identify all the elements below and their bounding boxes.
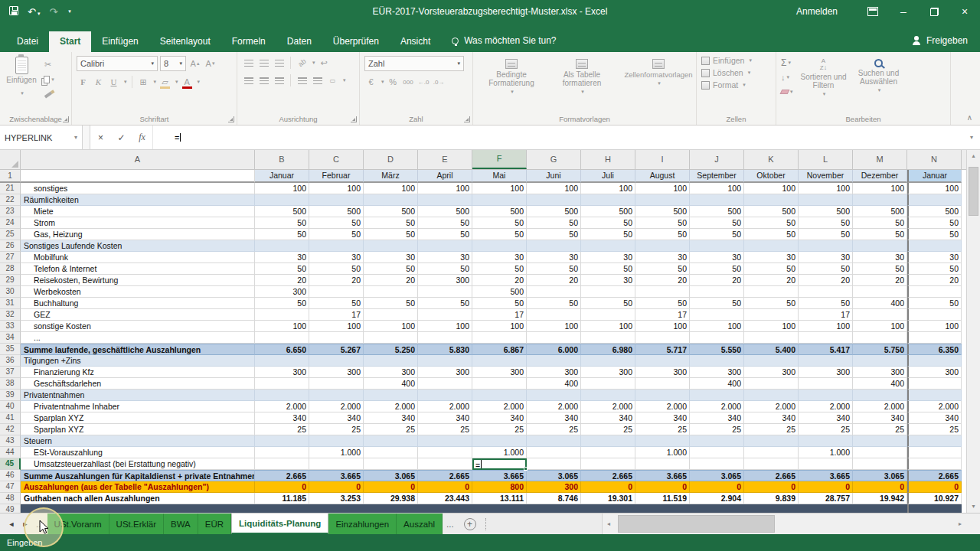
cell-G1[interactable]: Juni xyxy=(527,170,581,183)
cell-N41[interactable]: 340 xyxy=(907,412,962,424)
row-header-48[interactable]: 48 xyxy=(0,493,21,504)
cell-E22[interactable] xyxy=(418,194,472,206)
collapse-ribbon-icon[interactable]: ∧ xyxy=(967,113,972,122)
cell-B31[interactable]: 50 xyxy=(255,298,309,309)
cell-F27[interactable]: 30 xyxy=(472,252,527,263)
cell-F1[interactable]: Mai xyxy=(472,170,527,183)
cell-D42[interactable]: 25 xyxy=(364,424,418,435)
cell-E28[interactable]: 50 xyxy=(418,263,472,275)
cell-I22[interactable] xyxy=(635,194,690,206)
align-center-icon[interactable] xyxy=(257,73,270,87)
cell-G26[interactable] xyxy=(527,240,581,252)
cell-N48[interactable]: 10.927 xyxy=(907,493,962,504)
cell-C38[interactable] xyxy=(309,378,364,390)
cell-L39[interactable] xyxy=(799,390,853,401)
cell-C24[interactable]: 50 xyxy=(309,217,364,229)
cell-I46[interactable]: 3.665 xyxy=(635,470,690,481)
cell-E43[interactable] xyxy=(418,435,472,447)
cell-H41[interactable]: 340 xyxy=(581,412,635,424)
cell-F35[interactable]: 6.867 xyxy=(472,344,527,355)
cell-G43[interactable] xyxy=(527,435,581,447)
col-header-D[interactable]: D xyxy=(364,150,418,169)
cell-B38[interactable] xyxy=(255,378,309,390)
cell-B25[interactable]: 50 xyxy=(255,229,309,240)
cell-C34[interactable] xyxy=(309,332,364,344)
cell-N35[interactable]: 6.350 xyxy=(907,344,962,355)
cell-B35[interactable]: 6.650 xyxy=(255,344,309,355)
cell-F28[interactable]: 50 xyxy=(472,263,527,275)
cell-C23[interactable]: 500 xyxy=(309,206,364,217)
save-icon[interactable] xyxy=(9,6,18,18)
italic-button[interactable]: K xyxy=(92,75,105,89)
ribbon-tab-ansicht[interactable]: Ansicht xyxy=(390,31,441,52)
share-button[interactable]: Freigeben xyxy=(900,35,980,52)
cell-J43[interactable] xyxy=(690,435,744,447)
cell-M43[interactable] xyxy=(853,435,907,447)
cell-G46[interactable]: 3.065 xyxy=(527,470,581,481)
sheet-tab-USt.Erklär[interactable]: USt.Erklär xyxy=(109,514,164,534)
cell-J34[interactable] xyxy=(690,332,744,344)
cell-N40[interactable]: 2.000 xyxy=(907,401,962,412)
cell-G47[interactable]: 300 xyxy=(527,481,581,493)
cell-N27[interactable]: 30 xyxy=(907,252,962,263)
cell-G28[interactable]: 50 xyxy=(527,263,581,275)
cell-B34[interactable] xyxy=(255,332,309,344)
cell-L32[interactable]: 17 xyxy=(799,309,853,321)
cell-A45[interactable]: Umsatzsteuerzahllast (bei Erstattung neg… xyxy=(21,458,255,470)
cell-K32[interactable] xyxy=(744,309,799,321)
row-header-32[interactable]: 32 xyxy=(0,309,21,321)
cell-M42[interactable]: 25 xyxy=(853,424,907,435)
cell-L31[interactable]: 50 xyxy=(799,298,853,309)
cell-A49[interactable] xyxy=(21,504,255,513)
cell-D41[interactable]: 340 xyxy=(364,412,418,424)
cell-M47[interactable]: 0 xyxy=(853,481,907,493)
cell-N44[interactable] xyxy=(907,447,962,458)
cell-A46[interactable]: Summe Auszahlungen für Kapitaldienst + p… xyxy=(21,470,255,481)
cell-B36[interactable] xyxy=(255,355,309,367)
cell-G24[interactable]: 50 xyxy=(527,217,581,229)
cell-K21[interactable]: 100 xyxy=(744,183,799,194)
cell-F43[interactable] xyxy=(472,435,527,447)
cell-E36[interactable] xyxy=(418,355,472,367)
cell-J30[interactable] xyxy=(690,286,744,298)
cell-A26[interactable]: Sonstiges Laufende Kosten xyxy=(21,240,255,252)
format-as-table-button[interactable]: Als Tabelle formatieren ▾ xyxy=(548,57,616,96)
row-header-30[interactable]: 30 xyxy=(0,286,21,298)
cell-B41[interactable]: 340 xyxy=(255,412,309,424)
cell-C39[interactable] xyxy=(309,390,364,401)
cell-B33[interactable]: 100 xyxy=(255,321,309,332)
cell-M28[interactable]: 50 xyxy=(853,263,907,275)
cell-B30[interactable]: 300 xyxy=(255,286,309,298)
cell-C1[interactable]: Februar xyxy=(309,170,364,183)
cell-N33[interactable]: 100 xyxy=(907,321,962,332)
cell-F41[interactable]: 340 xyxy=(472,412,527,424)
cell-E46[interactable]: 2.665 xyxy=(418,470,472,481)
cell-G21[interactable]: 100 xyxy=(527,183,581,194)
cell-D44[interactable] xyxy=(364,447,418,458)
cell-L45[interactable] xyxy=(799,458,853,470)
cell-K30[interactable] xyxy=(744,286,799,298)
cancel-entry-button[interactable]: × xyxy=(90,126,111,149)
cell-K39[interactable] xyxy=(744,390,799,401)
cell-L37[interactable]: 300 xyxy=(799,367,853,378)
cell-K25[interactable]: 50 xyxy=(744,229,799,240)
cell-J40[interactable]: 2.000 xyxy=(690,401,744,412)
ribbon-tab-start[interactable]: Start xyxy=(49,31,91,52)
cell-M36[interactable] xyxy=(853,355,907,367)
cell-F23[interactable]: 500 xyxy=(472,206,527,217)
cell-I40[interactable]: 2.000 xyxy=(635,401,690,412)
cell-F30[interactable]: 500 xyxy=(472,286,527,298)
row-header-49[interactable]: 49 xyxy=(0,504,21,513)
cell-B46[interactable]: 2.665 xyxy=(255,470,309,481)
cell-F22[interactable] xyxy=(472,194,527,206)
cell-L33[interactable]: 100 xyxy=(799,321,853,332)
col-header-J[interactable]: J xyxy=(690,150,744,169)
cell-L34[interactable] xyxy=(799,332,853,344)
fill-button[interactable]: ↓▾ xyxy=(781,71,793,83)
cell-E27[interactable]: 30 xyxy=(418,252,472,263)
cell-H28[interactable]: 50 xyxy=(581,263,635,275)
cell-D47[interactable]: 0 xyxy=(364,481,418,493)
cell-D35[interactable]: 5.250 xyxy=(364,344,418,355)
cell-I44[interactable]: 1.000 xyxy=(635,447,690,458)
cell-M39[interactable] xyxy=(853,390,907,401)
